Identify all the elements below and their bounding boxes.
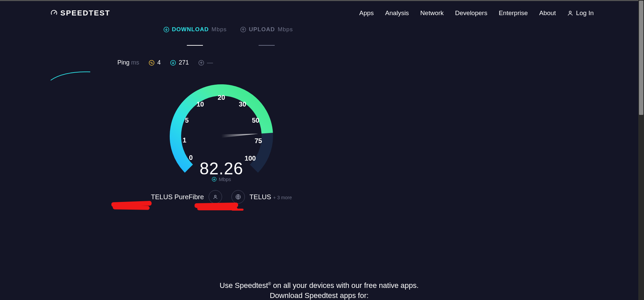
nav-about[interactable]: About (539, 9, 556, 17)
ping-row: Ping ms 4 271 — (104, 59, 339, 66)
upload-icon (240, 27, 246, 33)
main-nav: Apps Analysis Network Developers Enterpr… (359, 9, 594, 17)
svg-point-9 (214, 195, 216, 197)
user-button[interactable] (209, 190, 222, 204)
scrollbar-track[interactable] (638, 0, 644, 300)
tab-download-unit: Mbps (212, 26, 227, 33)
redaction-mark (113, 205, 150, 210)
globe-button[interactable] (231, 190, 245, 204)
nav-enterprise[interactable]: Enterprise (499, 9, 528, 17)
ping-download-value: 271 (179, 59, 189, 66)
footer-pre: Use Speedtest (220, 281, 268, 290)
download-ping-icon (170, 60, 176, 66)
upload-ping-icon (198, 60, 204, 66)
header: SPEEDTEST Apps Analysis Network Develope… (0, 0, 644, 26)
gauge-tick-20: 20 (218, 94, 225, 101)
speed-gauge: 0 1 5 10 20 30 50 75 100 82.26 (168, 82, 275, 176)
nav-apps[interactable]: Apps (359, 9, 374, 17)
tab-upload[interactable]: UPLOAD Mbps (240, 26, 293, 46)
gauge-tick-0: 0 (189, 154, 193, 162)
gauge-tick-30: 30 (239, 100, 246, 108)
ping-idle-value: 4 (157, 59, 161, 66)
svg-point-4 (149, 60, 154, 65)
brand-logo[interactable]: SPEEDTEST (50, 9, 110, 17)
svg-point-1 (569, 11, 571, 13)
nav-analysis[interactable]: Analysis (385, 9, 409, 17)
ping-upload: — (198, 59, 213, 66)
svg-line-0 (54, 12, 56, 13)
main-panel: DOWNLOAD Mbps UPLOAD Mbps Ping ms (104, 26, 339, 204)
gauge-tick-10: 10 (197, 100, 204, 108)
gauge-container: 0 1 5 10 20 30 50 75 100 82.26 Mbps (104, 82, 339, 182)
footer-line-1: Use Speedtest® on all your devices with … (0, 281, 638, 290)
redaction-mark (231, 209, 244, 211)
login-label: Log In (576, 9, 594, 17)
gauge-tick-75: 75 (255, 137, 262, 145)
gauge-tick-100: 100 (245, 155, 256, 162)
svg-marker-7 (221, 134, 258, 138)
ping-upload-value: — (207, 59, 213, 66)
annotation-curve (50, 71, 91, 81)
globe-icon (235, 194, 241, 200)
ping-download: 271 (170, 59, 189, 66)
registered-mark: ® (268, 282, 271, 286)
tab-download-label: DOWNLOAD (172, 26, 209, 33)
tab-download[interactable]: DOWNLOAD Mbps (163, 26, 227, 46)
latency-icon (149, 60, 155, 66)
ping-idle: 4 (149, 59, 161, 66)
nav-network[interactable]: Network (420, 9, 444, 17)
gauge-tick-5: 5 (185, 117, 189, 124)
footer-post: on all your devices with our free native… (271, 281, 419, 290)
footer: Use Speedtest® on all your devices with … (0, 281, 638, 300)
ping-label: Ping (117, 59, 129, 66)
server-more: + 3 more (273, 195, 292, 200)
login-button[interactable]: Log In (567, 9, 594, 17)
tab-upload-unit: Mbps (278, 26, 293, 33)
speed-tabs: DOWNLOAD Mbps UPLOAD Mbps (104, 26, 339, 46)
ping-unit: ms (131, 59, 139, 66)
tab-upload-label: UPLOAD (249, 26, 275, 33)
gauge-tick-50: 50 (252, 117, 259, 124)
brand-text: SPEEDTEST (60, 9, 110, 17)
footer-line-2: Download Speedtest apps for: (0, 291, 638, 300)
gauge-tick-1: 1 (182, 136, 186, 144)
speed-value: 82.26 (200, 159, 243, 178)
nav-developers[interactable]: Developers (455, 9, 487, 17)
window-topbar (0, 0, 638, 1)
user-icon (567, 10, 573, 16)
scrollbar-thumb[interactable] (639, 1, 643, 115)
server-host-label: TELUS (250, 193, 271, 201)
server-name[interactable]: TELUS+ 3 more (250, 193, 292, 201)
gauge-icon (50, 9, 58, 17)
download-icon (163, 27, 169, 33)
server-block: TELUS+ 3 more (231, 190, 292, 204)
isp-name: TELUS PureFibre (151, 193, 204, 201)
user-icon (212, 194, 218, 200)
isp-block: TELUS PureFibre (151, 190, 222, 204)
